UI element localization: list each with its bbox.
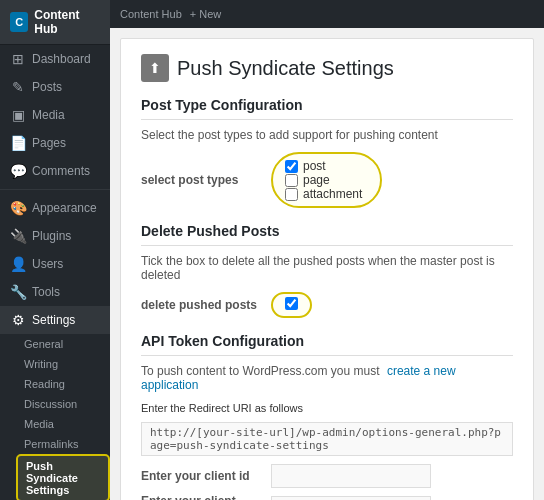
push-syndicate-label: Push Syndicate Settings xyxy=(26,460,100,496)
sidebar-item-comments[interactable]: 💬 Comments xyxy=(0,157,110,185)
post-type-field: post page attachment xyxy=(271,152,513,208)
comments-icon: 💬 xyxy=(10,163,26,179)
checkbox-post[interactable]: post xyxy=(285,159,362,173)
writing-label: Writing xyxy=(24,358,58,370)
general-label: General xyxy=(24,338,63,350)
checkbox-page-label: page xyxy=(303,173,330,187)
redirect-label: Enter the Redirect URI as follows xyxy=(141,402,513,414)
discussion-label: Discussion xyxy=(24,398,77,410)
admin-bar: Content Hub + New xyxy=(110,0,544,28)
checkbox-attachment-input[interactable] xyxy=(285,188,298,201)
checkbox-attachment-label: attachment xyxy=(303,187,362,201)
settings-icon: ⚙ xyxy=(10,312,26,328)
client-id-input[interactable] xyxy=(271,464,431,488)
media-settings-label: Media xyxy=(24,418,54,430)
client-secret-label: Enter your client secret xyxy=(141,494,271,500)
page-title-icon: ⬆ xyxy=(141,54,169,82)
sidebar-item-dashboard[interactable]: ⊞ Dashboard xyxy=(0,45,110,73)
api-token-heading: API Token Configuration xyxy=(141,333,513,356)
sidebar-item-users-label: Users xyxy=(32,257,63,271)
delete-checkbox-container xyxy=(271,292,312,318)
sidebar-item-settings-label: Settings xyxy=(32,313,75,327)
client-secret-row: Enter your client secret xyxy=(141,494,513,500)
checkbox-post-input[interactable] xyxy=(285,160,298,173)
sidebar-item-appearance-label: Appearance xyxy=(32,201,97,215)
tools-icon: 🔧 xyxy=(10,284,26,300)
post-type-heading: Post Type Configuration xyxy=(141,97,513,120)
posts-icon: ✎ xyxy=(10,79,26,95)
sidebar-item-pages[interactable]: 📄 Pages xyxy=(0,129,110,157)
content-hub-icon: C xyxy=(10,12,28,32)
api-token-section: API Token Configuration To push content … xyxy=(141,333,513,500)
users-icon: 👤 xyxy=(10,256,26,272)
sidebar-item-media-label: Media xyxy=(32,108,65,122)
sidebar-item-appearance[interactable]: 🎨 Appearance xyxy=(0,194,110,222)
redirect-url: http://[your-site-url]/wp-admin/options-… xyxy=(141,422,513,456)
reading-label: Reading xyxy=(24,378,65,390)
settings-content: ⬆ Push Syndicate Settings Post Type Conf… xyxy=(120,38,534,500)
delete-pushed-desc: Tick the box to delete all the pushed po… xyxy=(141,254,513,282)
plugins-icon: 🔌 xyxy=(10,228,26,244)
delete-pushed-section: Delete Pushed Posts Tick the box to dele… xyxy=(141,223,513,318)
sidebar-item-posts[interactable]: ✎ Posts xyxy=(0,73,110,101)
sidebar-item-tools[interactable]: 🔧 Tools xyxy=(0,278,110,306)
checkbox-page[interactable]: page xyxy=(285,173,362,187)
post-type-form-row: select post types post page xyxy=(141,152,513,208)
media-icon: ▣ xyxy=(10,107,26,123)
sidebar-header: C Content Hub xyxy=(0,0,110,45)
sidebar-item-plugins-label: Plugins xyxy=(32,229,71,243)
delete-pushed-heading: Delete Pushed Posts xyxy=(141,223,513,246)
delete-pushed-label: delete pushed posts xyxy=(141,298,271,312)
page-title: ⬆ Push Syndicate Settings xyxy=(141,54,513,82)
delete-pushed-form-row: delete pushed posts xyxy=(141,292,513,318)
client-secret-input[interactable] xyxy=(271,496,431,500)
sidebar-item-comments-label: Comments xyxy=(32,164,90,178)
admin-bar-new[interactable]: + New xyxy=(190,8,222,20)
sidebar-item-users[interactable]: 👤 Users xyxy=(0,250,110,278)
client-id-row: Enter your client id xyxy=(141,464,513,488)
sidebar-item-posts-label: Posts xyxy=(32,80,62,94)
sidebar-title: Content Hub xyxy=(34,8,100,36)
client-id-field xyxy=(271,464,513,488)
post-type-section: Post Type Configuration Select the post … xyxy=(141,97,513,208)
api-token-desc: To push content to WordPress.com you mus… xyxy=(141,364,513,392)
checkbox-page-input[interactable] xyxy=(285,174,298,187)
sidebar-item-tools-label: Tools xyxy=(32,285,60,299)
main-content: Content Hub + New ⬆ Push Syndicate Setti… xyxy=(110,0,544,500)
sidebar-item-permalinks[interactable]: Permalinks xyxy=(16,434,110,454)
delete-pushed-field xyxy=(271,292,513,318)
sidebar-item-media[interactable]: ▣ Media xyxy=(0,101,110,129)
sidebar-item-plugins[interactable]: 🔌 Plugins xyxy=(0,222,110,250)
settings-submenu: General Writing Reading Discussion Media… xyxy=(0,334,110,500)
sidebar-item-push-syndicate[interactable]: Push Syndicate Settings xyxy=(16,454,110,500)
sidebar-item-general[interactable]: General xyxy=(16,334,110,354)
checkbox-post-label: post xyxy=(303,159,326,173)
page-title-text: Push Syndicate Settings xyxy=(177,57,394,80)
sidebar-item-dashboard-label: Dashboard xyxy=(32,52,91,66)
sidebar-item-settings[interactable]: ⚙ Settings xyxy=(0,306,110,334)
divider-1 xyxy=(0,189,110,190)
sidebar-item-reading[interactable]: Reading xyxy=(16,374,110,394)
permalinks-label: Permalinks xyxy=(24,438,78,450)
api-token-desc-text: To push content to WordPress.com you mus… xyxy=(141,364,380,378)
sidebar-item-discussion[interactable]: Discussion xyxy=(16,394,110,414)
post-type-label: select post types xyxy=(141,173,271,187)
sidebar: C Content Hub ⊞ Dashboard ✎ Posts ▣ Medi… xyxy=(0,0,110,500)
post-type-desc: Select the post types to add support for… xyxy=(141,128,513,142)
checkbox-attachment[interactable]: attachment xyxy=(285,187,362,201)
delete-pushed-checkbox[interactable] xyxy=(285,297,298,310)
client-id-label: Enter your client id xyxy=(141,469,271,483)
dashboard-icon: ⊞ xyxy=(10,51,26,67)
pages-icon: 📄 xyxy=(10,135,26,151)
post-types-container: post page attachment xyxy=(271,152,382,208)
sidebar-item-pages-label: Pages xyxy=(32,136,66,150)
client-secret-field xyxy=(271,496,513,500)
admin-bar-content-hub[interactable]: Content Hub xyxy=(120,8,182,20)
sidebar-item-media-settings[interactable]: Media xyxy=(16,414,110,434)
appearance-icon: 🎨 xyxy=(10,200,26,216)
sidebar-item-writing[interactable]: Writing xyxy=(16,354,110,374)
